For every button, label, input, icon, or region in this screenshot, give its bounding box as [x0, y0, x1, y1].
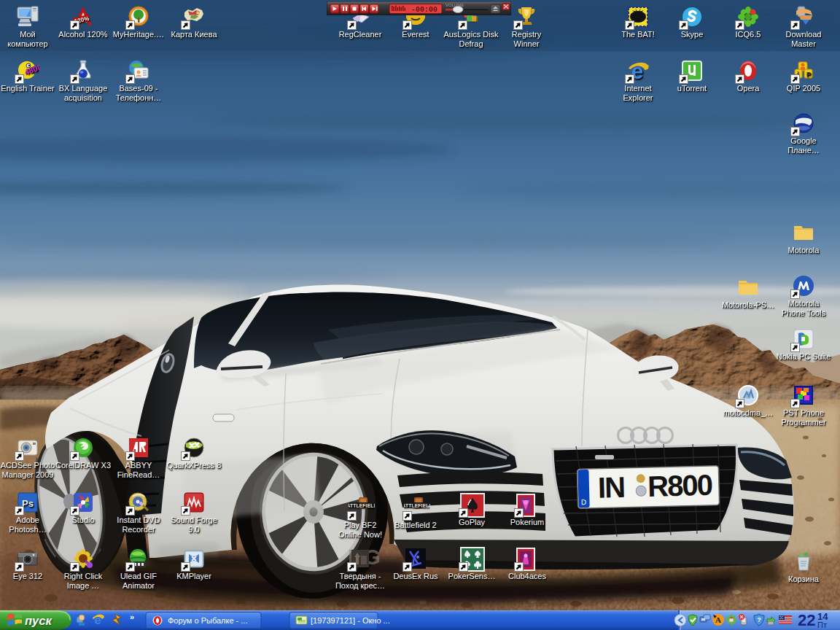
svg-text:VOLUME: VOLUME [446, 3, 464, 7]
svg-text:пуск: пуск [25, 614, 52, 627]
svg-text:22: 22 [798, 611, 815, 629]
svg-text:P: P [806, 71, 811, 78]
svg-text:IN: IN [597, 471, 624, 504]
svg-text:[197397121] - Окно ...: [197397121] - Окно ... [311, 616, 390, 625]
svg-text:BATTLEFIELD: BATTLEFIELD [404, 503, 430, 508]
svg-text:D: D [581, 498, 587, 506]
svg-text:Форум о Рыбалке - ...: Форум о Рыбалке - ... [168, 616, 247, 625]
svg-text:R800: R800 [648, 469, 712, 502]
svg-text:?: ? [757, 616, 761, 623]
svg-text:-00:00: -00:00 [411, 6, 438, 14]
svg-text:Пт: Пт [817, 621, 827, 629]
svg-text:A: A [715, 615, 721, 624]
svg-text:BATTLEFIELD: BATTLEFIELD [349, 503, 375, 508]
svg-text:»: » [130, 612, 134, 621]
svg-text:Ps: Ps [22, 498, 34, 509]
